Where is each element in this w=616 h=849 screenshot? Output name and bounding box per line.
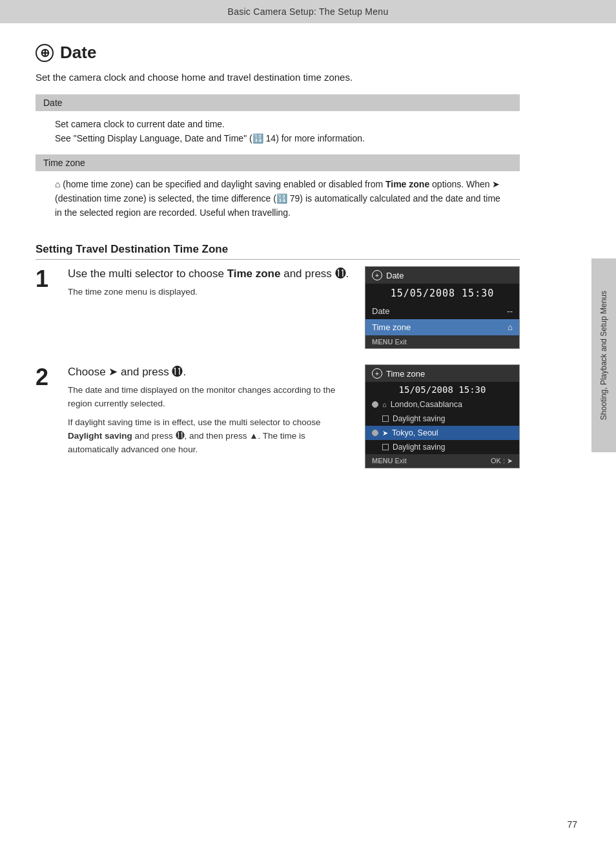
cam-row-daylight-home: Daylight saving — [365, 412, 519, 426]
header-title: Basic Camera Setup: The Setup Menu — [228, 6, 389, 17]
step-2-title: Choose ➤ and press ⓫. — [68, 364, 352, 380]
step-2: 2 Choose ➤ and press ⓫. The date and tim… — [36, 364, 520, 468]
camera-ui-2: + Time zone 15/05/2008 15:30 ⌂ London,Ca… — [365, 364, 520, 468]
page-subtitle: Set the camera clock and choose home and… — [36, 72, 520, 83]
camera-ui-1: + Date 15/05/2008 15:30 Date -- Time zon… — [365, 266, 520, 349]
camera-ui-1-title: + Date — [365, 267, 519, 284]
section-content-date: Set camera clock to current date and tim… — [36, 111, 520, 154]
subsection-heading: Setting Travel Destination Time Zone — [36, 243, 520, 260]
step-1-title: Use the multi selector to choose Time zo… — [68, 266, 352, 282]
page-title-block: ⊕ Date — [36, 43, 520, 63]
camera-ui-1-row-timezone: Time zone ⌂ — [365, 319, 519, 335]
cam-row-destination: ➤ Tokyo, Seoul — [365, 426, 519, 440]
radio-home — [372, 401, 378, 408]
step-2-text: Choose ➤ and press ⓫. The date and time … — [68, 364, 352, 456]
page-title-icon: ⊕ — [36, 44, 54, 62]
step-1-note: The time zone menu is displayed. — [68, 286, 352, 299]
page-number: 77 — [567, 819, 577, 830]
camera-ui-2-title: + Time zone — [365, 365, 519, 382]
camera-ui-1-row-date: Date -- — [365, 303, 519, 319]
page-title-text: Date — [60, 43, 96, 63]
camera-ui-1-footer: MENU Exit — [365, 335, 519, 348]
cam-row-home: ⌂ London,Casablanca — [365, 397, 519, 412]
step-2-image: + Time zone 15/05/2008 15:30 ⌂ London,Ca… — [365, 364, 520, 468]
camera-ui-2-date: 15/05/2008 15:30 — [365, 382, 519, 397]
sidebar-label: Shooting, Playback and Setup Menus — [599, 291, 608, 420]
checkbox-daylight-home — [382, 415, 389, 422]
step-2-number: 2 — [36, 366, 55, 389]
cam-row-daylight-dest: Daylight saving — [365, 440, 519, 454]
step-1-number: 1 — [36, 267, 55, 291]
step-2-note2: If daylight saving time is in effect, us… — [68, 416, 352, 457]
checkbox-daylight-dest — [382, 444, 389, 450]
steps-container: 1 Use the multi selector to choose Time … — [36, 266, 520, 468]
section-header-date: Date — [36, 94, 520, 111]
section-content-timezone: ⌂ (home time zone) can be specified and … — [36, 171, 520, 229]
step-1: 1 Use the multi selector to choose Time … — [36, 266, 520, 349]
camera-ui-2-footer: MENU Exit OK : ➤ — [365, 454, 519, 468]
header-bar: Basic Camera Setup: The Setup Menu — [0, 0, 616, 23]
section-header-timezone: Time zone — [36, 154, 520, 171]
step-1-text: Use the multi selector to choose Time zo… — [68, 266, 352, 299]
main-content: ⊕ Date Set the camera clock and choose h… — [0, 23, 555, 488]
radio-destination — [372, 430, 378, 436]
sidebar-text-block: Shooting, Playback and Setup Menus — [591, 258, 616, 452]
step-2-note1: The date and time displayed on the monit… — [68, 384, 352, 411]
step-1-image: + Date 15/05/2008 15:30 Date -- Time zon… — [365, 266, 520, 349]
camera-ui-1-date: 15/05/2008 15:30 — [365, 284, 519, 303]
